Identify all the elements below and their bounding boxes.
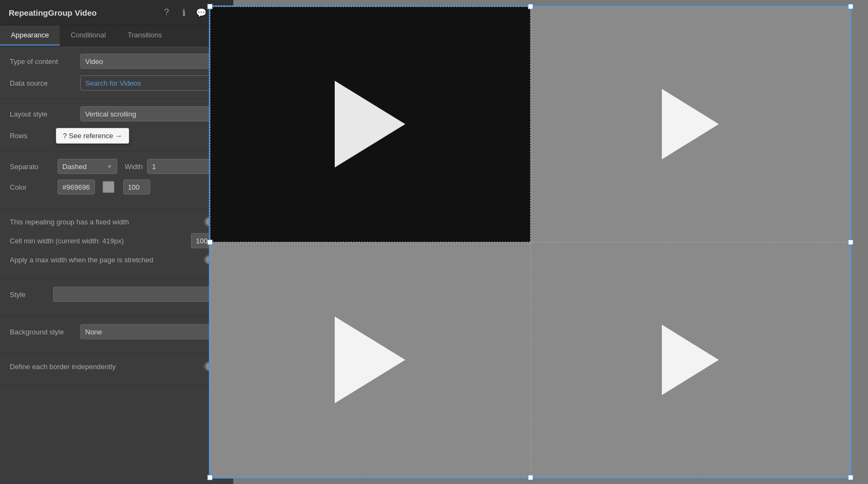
help-icon[interactable]: ? — [161, 7, 173, 18]
resize-handle-tm[interactable] — [528, 4, 533, 9]
properties-panel: RepeatingGroup Video ? ℹ 💬 ✕ Appearance … — [0, 0, 233, 484]
resize-handle-mr[interactable] — [848, 240, 853, 245]
rows-row: Rows 2 ▼ ? See reference → — [10, 128, 224, 143]
width-section: This repeating group has a fixed width C… — [0, 209, 233, 279]
type-of-content-label: Type of content — [10, 57, 80, 66]
background-style-select[interactable]: None ▼ — [80, 324, 224, 339]
color-label: Color — [10, 183, 53, 191]
layout-style-row: Layout style Vertical scrolling ▼ — [10, 106, 224, 121]
see-reference-text: ? See reference → — [63, 132, 122, 140]
background-section: Background style None ▼ — [0, 317, 233, 354]
grid-cell-top-right — [531, 7, 851, 242]
fixed-width-label: This repeating group has a fixed width — [10, 218, 129, 226]
grid-cell-top-left — [210, 7, 531, 242]
background-style-label: Background style — [10, 328, 80, 336]
data-source-input[interactable]: Search for Videos — [80, 75, 224, 91]
style-label: Style — [10, 291, 53, 299]
layout-style-select[interactable]: Vertical scrolling ▼ — [80, 106, 224, 121]
separator-style-select[interactable]: Dashed ▼ — [58, 159, 117, 174]
tab-appearance[interactable]: Appearance — [0, 25, 60, 46]
chevron-down-icon: ▼ — [107, 164, 112, 170]
cell-min-row: Cell min width (current width: 419px) 10… — [10, 233, 224, 248]
resize-handle-bl[interactable] — [207, 475, 213, 480]
layout-style-label: Layout style — [10, 110, 80, 118]
resize-handle-bm[interactable] — [528, 475, 533, 480]
style-section: Style ▼ — [0, 279, 233, 317]
cell-min-label: Cell min width (current width: 419px) — [10, 237, 191, 245]
grid-cell-bottom-left — [210, 242, 531, 478]
separator-section: Separato Dashed ▼ Width 1 ▼ Color #96969… — [0, 151, 233, 209]
see-reference-tooltip[interactable]: ? See reference → — [56, 128, 129, 144]
play-icon — [662, 89, 719, 159]
color-opacity-input[interactable]: 100 — [123, 179, 150, 195]
data-source-label: Data source — [10, 79, 80, 87]
max-width-label: Apply a max width when the page is stret… — [10, 256, 153, 264]
panel-body: Type of content Video ▼ Data source Sear… — [0, 46, 233, 484]
resize-handle-tr[interactable] — [848, 4, 853, 9]
tab-transitions[interactable]: Transitions — [117, 25, 173, 46]
define-border-label: Define each border independently — [10, 363, 116, 371]
color-row: Color #969696 100 — [10, 179, 224, 195]
tabs-bar: Appearance Conditional Transitions — [0, 25, 233, 46]
layout-section: Layout style Vertical scrolling ▼ Rows 2… — [0, 99, 233, 151]
color-hex-value: #969696 — [62, 183, 90, 191]
color-opacity-value: 100 — [128, 183, 140, 191]
resize-handle-ml[interactable] — [207, 240, 213, 245]
width-label: Width — [125, 163, 143, 171]
background-style-row: Background style None ▼ — [10, 324, 224, 339]
layout-style-value: Vertical scrolling — [85, 110, 136, 118]
comment-icon[interactable]: 💬 — [195, 7, 207, 18]
border-section: Define each border independently — [0, 354, 233, 386]
type-of-content-value: Video — [85, 57, 103, 66]
info-icon[interactable]: ℹ — [178, 7, 190, 18]
data-source-row: Data source Search for Videos — [10, 75, 224, 91]
panel-header: RepeatingGroup Video ? ℹ 💬 ✕ — [0, 0, 233, 25]
color-swatch[interactable] — [103, 181, 114, 193]
content-section: Type of content Video ▼ Data source Sear… — [0, 46, 233, 99]
type-of-content-select[interactable]: Video ▼ — [80, 54, 224, 69]
repeating-group-grid — [209, 5, 852, 479]
separator-style-value: Dashed — [62, 163, 87, 171]
canvas-area — [233, 0, 868, 484]
style-select[interactable]: ▼ — [53, 287, 224, 302]
type-of-content-row: Type of content Video ▼ — [10, 54, 224, 69]
define-border-row: Define each border independently — [10, 362, 224, 371]
color-hex-input[interactable]: #969696 — [58, 179, 95, 195]
play-icon — [335, 81, 405, 167]
resize-handle-br[interactable] — [848, 475, 853, 480]
data-source-value: Search for Videos — [85, 79, 141, 87]
separator-row: Separato Dashed ▼ Width 1 ▼ — [10, 159, 224, 174]
cell-min-value: 100 — [196, 237, 208, 245]
play-icon — [662, 325, 719, 395]
separator-width-value: 1 — [152, 163, 156, 171]
tab-conditional[interactable]: Conditional — [60, 25, 117, 46]
grid-cell-bottom-right — [531, 242, 851, 478]
fixed-width-row: This repeating group has a fixed width — [10, 217, 224, 227]
background-style-value: None — [85, 328, 102, 336]
resize-handle-tl[interactable] — [207, 4, 213, 9]
panel-title: RepeatingGroup Video — [9, 8, 97, 17]
play-icon — [335, 317, 405, 403]
style-row: Style ▼ — [10, 287, 224, 302]
max-width-row: Apply a max width when the page is stret… — [10, 255, 224, 264]
separator-label: Separato — [10, 163, 53, 171]
